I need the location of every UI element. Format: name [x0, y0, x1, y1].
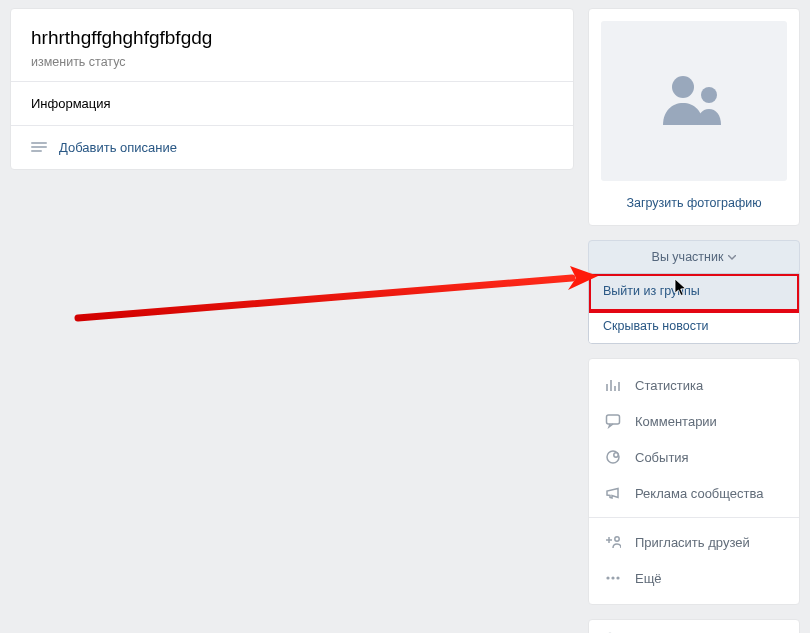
add-description-row[interactable]: Добавить описание: [11, 126, 573, 169]
description-icon: [31, 142, 47, 152]
events-icon: [603, 447, 623, 467]
svg-point-5: [615, 537, 619, 541]
menu-invite[interactable]: Пригласить друзей: [589, 524, 799, 560]
menu-label: Ещё: [635, 571, 662, 586]
svg-point-0: [672, 76, 694, 98]
more-icon: [603, 568, 623, 588]
membership-dropdown-menu: Выйти из группы Скрывать новости: [588, 273, 800, 344]
menu-comments[interactable]: Комментарии: [589, 403, 799, 439]
svg-point-1: [701, 87, 717, 103]
menu-label: Пригласить друзей: [635, 535, 750, 550]
hide-news-item[interactable]: Скрывать новости: [589, 309, 799, 343]
menu-more[interactable]: Ещё: [589, 560, 799, 596]
svg-point-4: [614, 453, 618, 457]
menu-label: Комментарии: [635, 414, 717, 429]
menu-events[interactable]: События: [589, 439, 799, 475]
stats-icon: [603, 375, 623, 395]
comments-icon: [603, 411, 623, 431]
divider: [589, 517, 799, 518]
leave-group-item[interactable]: Выйти из группы: [589, 274, 799, 308]
menu-label: Реклама сообщества: [635, 486, 764, 501]
group-title: hrhrthgffghghfgfbfgdg: [31, 27, 553, 50]
menu-stats[interactable]: Статистика: [589, 367, 799, 403]
group-avatar-icon: [655, 73, 733, 129]
change-status-link[interactable]: изменить статус: [31, 55, 553, 69]
svg-rect-2: [607, 415, 620, 424]
svg-point-6: [606, 576, 609, 579]
private-group-notice: Это частная группа: [588, 619, 800, 633]
add-description-link[interactable]: Добавить описание: [59, 140, 177, 155]
menu-label: События: [635, 450, 689, 465]
photo-placeholder[interactable]: [601, 21, 787, 181]
svg-point-8: [616, 576, 619, 579]
svg-point-7: [611, 576, 614, 579]
upload-photo-link[interactable]: Загрузить фотографию: [626, 196, 761, 210]
megaphone-icon: [603, 483, 623, 503]
menu-label: Статистика: [635, 378, 703, 393]
membership-label: Вы участник: [652, 250, 724, 264]
info-section-label: Информация: [11, 82, 573, 126]
menu-ads[interactable]: Реклама сообщества: [589, 475, 799, 511]
membership-dropdown-button[interactable]: Вы участник: [588, 240, 800, 274]
add-user-icon: [603, 532, 623, 552]
chevron-down-icon: [728, 255, 736, 260]
